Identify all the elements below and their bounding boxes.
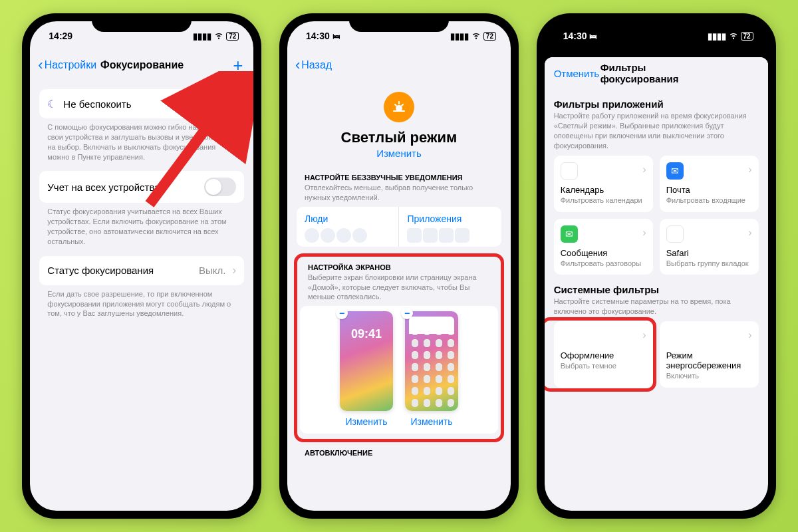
nav-bar: ‹ Назад: [287, 51, 511, 80]
app-filters-desc: Настройте работу приложений на время фок…: [545, 111, 768, 156]
apps-button[interactable]: Приложения: [398, 207, 501, 247]
bed-icon: 🛏︎: [589, 32, 597, 40]
safari-icon: ◉: [666, 225, 684, 243]
annotation-arrow: [123, 71, 253, 217]
status-footer: Если дать свое разрешение, то при включе…: [39, 285, 244, 319]
remove-badge-icon[interactable]: −: [336, 307, 348, 319]
auto-header: АВТОВКЛЮЧЕНИЕ: [297, 442, 501, 457]
signal-icon: ▮▮▮▮: [708, 31, 726, 41]
filter-appearance[interactable]: ◐ › Оформление Выбрать темное: [554, 321, 653, 387]
remove-badge-icon[interactable]: −: [401, 307, 413, 319]
back-button[interactable]: ‹ Назад: [295, 58, 332, 72]
chevron-right-icon: ›: [642, 329, 646, 341]
cancel-button[interactable]: Отменить: [554, 68, 600, 79]
silence-header: НАСТРОЙТЕ БЕЗЗВУЧНЫЕ УВЕДОМЛЕНИЯ: [297, 164, 501, 182]
system-filters-header: Системные фильтры: [545, 275, 768, 297]
chevron-left-icon: ‹: [295, 58, 300, 72]
page-title: Фокусирование: [100, 59, 184, 71]
phone-focus-detail: 14:30 🛏︎ ▮▮▮▮ 72 ‹ Назад: [279, 13, 519, 519]
moon-icon: ☾: [47, 98, 57, 110]
phone-focus-settings: 14:29 ▮▮▮▮ 72 ‹ Настройки Фокусирование …: [22, 13, 261, 519]
chevron-right-icon: ›: [232, 263, 236, 277]
battery-level: 72: [483, 32, 496, 41]
chevron-right-icon: ›: [642, 227, 646, 239]
status-time: 14:30: [306, 31, 330, 41]
chevron-right-icon: ›: [748, 329, 751, 341]
focus-name: Светлый режим: [287, 129, 511, 146]
annotation-highlight-screens: НАСТРОЙКА ЭКРАНОВ Выберите экран блокиро…: [294, 253, 504, 443]
people-button[interactable]: Люди: [297, 207, 399, 247]
notch: [92, 13, 192, 32]
edit-homescreen-button[interactable]: Изменить: [405, 416, 458, 427]
focus-hero: Светлый режим Изменить: [287, 80, 511, 164]
chevron-left-icon: ‹: [38, 58, 43, 72]
focus-status-row[interactable]: Статус фокусирования Выкл. ›: [39, 256, 244, 285]
wifi-icon: [729, 31, 738, 42]
svg-line-0: [150, 90, 235, 204]
battery-icon: ▭: [666, 328, 684, 345]
filter-messages[interactable]: ✉ › Сообщения Фильтровать разговоры: [554, 219, 653, 275]
screens-header: НАСТРОЙКА ЭКРАНОВ: [300, 259, 498, 271]
app-filters-header: Фильтры приложений: [545, 89, 768, 111]
battery-level: 72: [741, 32, 753, 41]
wifi-icon: [471, 31, 481, 42]
filter-calendar[interactable]: ▦ › Календарь Фильтровать календари: [554, 156, 653, 211]
phone-focus-filters: 14:30 🛏︎ ▮▮▮▮ 72 Отменить Фильтры фокуси…: [537, 13, 776, 519]
messages-icon: ✉: [561, 225, 578, 243]
status-time: 14:29: [49, 31, 72, 41]
chevron-right-icon: ›: [642, 164, 646, 176]
home-screen-option[interactable]: − Изменить: [405, 311, 458, 427]
bed-icon: 🛏︎: [332, 32, 340, 40]
notch: [349, 13, 449, 32]
chevron-right-icon: ›: [748, 227, 751, 239]
svg-point-1: [396, 106, 402, 111]
mail-icon: ✉: [666, 162, 684, 180]
sun-icon: [384, 92, 414, 122]
filter-safari[interactable]: ◉ › Safari Выбрать группу вкладок: [660, 219, 759, 275]
people-avatars: [305, 228, 391, 243]
back-button[interactable]: ‹ Настройки: [38, 58, 96, 72]
lock-screen-option[interactable]: − 09:41 Изменить: [340, 311, 393, 427]
calendar-icon: ▦: [561, 162, 578, 180]
notch: [606, 13, 706, 32]
edit-lockscreen-button[interactable]: Изменить: [340, 416, 393, 427]
battery-level: 72: [226, 32, 239, 41]
wifi-icon: [214, 31, 223, 42]
lockscreen-time: 09:41: [340, 327, 393, 341]
chevron-right-icon: ›: [748, 164, 751, 176]
status-time: 14:30: [563, 31, 587, 41]
system-filters-desc: Настройте системные параметры на то врем…: [545, 297, 768, 322]
signal-icon: ▮▮▮▮: [450, 31, 469, 41]
silence-sub: Отвлекайтесь меньше, выбрав получение то…: [297, 182, 501, 207]
filter-low-power[interactable]: ▭ › Режим энергосбережения Включить: [660, 321, 759, 387]
sheet-nav: Отменить Фильтры фокусирования: [545, 57, 768, 89]
screens-sub: Выберите экран блокировки или страницу э…: [300, 271, 498, 307]
filter-mail[interactable]: ✉ › Почта Фильтровать входящие: [660, 156, 759, 211]
app-tiles: [407, 228, 493, 243]
signal-icon: ▮▮▮▮: [193, 31, 211, 41]
rename-button[interactable]: Изменить: [287, 148, 511, 159]
appearance-icon: ◐: [561, 328, 578, 345]
sheet-title: Фильтры фокусирования: [600, 62, 712, 84]
